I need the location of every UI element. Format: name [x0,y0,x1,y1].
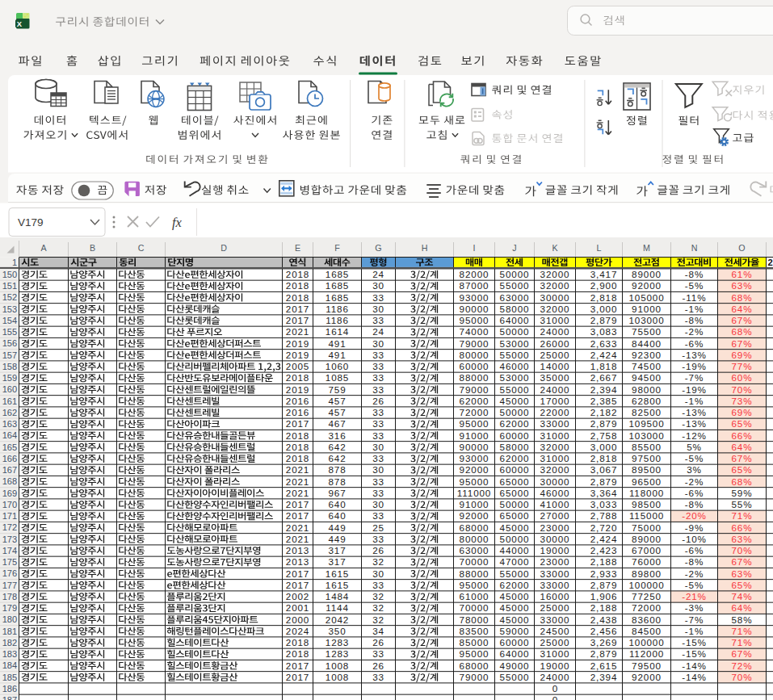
svg-text:53000: 53000 [500,338,530,349]
svg-text:60000: 60000 [500,464,530,475]
svg-text:-5%: -5% [685,453,704,463]
svg-text:M: M [643,243,650,253]
svg-text:2,879: 2,879 [590,476,618,487]
svg-text:100000: 100000 [628,637,664,648]
svg-text:177: 177 [2,581,18,590]
svg-text:50000: 50000 [500,407,530,417]
svg-text:30: 30 [372,499,384,509]
svg-text:45000: 45000 [500,396,530,406]
svg-text:G: G [375,243,381,253]
svg-text:49000: 49000 [500,660,530,671]
svg-text:2017: 2017 [286,672,309,682]
svg-text:1060: 1060 [326,361,349,371]
svg-text:70%: 70% [732,545,753,555]
svg-text:33: 33 [372,384,384,395]
svg-text:68%: 68% [732,476,753,487]
svg-text:63%: 63% [732,568,753,579]
svg-text:2016: 2016 [286,407,309,417]
svg-text:161: 161 [2,396,18,406]
svg-text:-14%: -14% [682,660,707,671]
svg-text:55%: 55% [732,499,753,509]
svg-text:89500: 89500 [632,464,662,475]
svg-text:2: 2 [768,258,773,267]
svg-text:967: 967 [328,488,346,498]
svg-text:63%: 63% [732,280,753,291]
svg-text:92000: 92000 [632,672,662,682]
svg-text:174: 174 [2,546,18,555]
svg-text:491: 491 [328,338,346,349]
svg-text:2,423: 2,423 [590,545,618,555]
svg-text:24: 24 [372,269,384,279]
svg-text:103000: 103000 [628,430,664,441]
svg-text:2021: 2021 [286,522,309,533]
svg-text:fx: fx [172,215,183,230]
svg-text:2,758: 2,758 [590,430,618,441]
svg-text:100000: 100000 [628,580,664,590]
svg-text:67%: 67% [732,338,753,349]
svg-text:77%: 77% [732,361,753,371]
svg-text:2,182: 2,182 [590,407,618,417]
svg-text:-9%: -9% [685,522,704,533]
svg-text:46000: 46000 [540,488,570,498]
svg-text:186: 186 [2,684,18,694]
svg-text:2018: 2018 [286,292,309,303]
svg-text:105000: 105000 [628,292,664,303]
svg-text:2000: 2000 [286,614,309,625]
svg-text:32000: 32000 [540,464,570,475]
svg-text:78000: 78000 [460,614,489,625]
svg-text:69%: 69% [732,407,753,417]
svg-text:68%: 68% [732,326,753,337]
svg-text:66%: 66% [732,522,753,533]
svg-text:60000: 60000 [500,637,530,648]
svg-text:178: 178 [2,592,18,601]
svg-text:2,900: 2,900 [590,280,618,291]
svg-text:2019: 2019 [286,384,309,395]
svg-text:181: 181 [2,627,18,636]
svg-text:2018: 2018 [286,442,309,452]
svg-text:30: 30 [372,442,384,452]
svg-text:-1%: -1% [685,626,704,636]
svg-text:67000: 67000 [632,545,662,555]
svg-text:180: 180 [2,614,18,624]
svg-text:74000: 74000 [460,326,489,337]
svg-text:1283: 1283 [326,637,349,648]
svg-text:2021: 2021 [286,476,309,487]
svg-text:K: K [552,243,558,253]
svg-text:33000: 33000 [540,418,570,429]
svg-text:162: 162 [2,408,18,417]
svg-text:92000: 92000 [632,280,662,291]
svg-text:62000: 62000 [500,453,530,463]
svg-text:1,906: 1,906 [590,591,618,601]
svg-text:187: 187 [2,695,18,700]
svg-text:95000: 95000 [460,315,489,325]
svg-text:67%: 67% [732,648,753,659]
svg-text:185: 185 [2,673,18,682]
svg-text:3,417: 3,417 [590,269,618,279]
svg-text:68000: 68000 [460,660,489,671]
svg-text:-20%: -20% [682,510,707,521]
svg-text:2,879: 2,879 [590,580,618,590]
svg-text:2,633: 2,633 [590,338,618,349]
svg-text:72000: 72000 [632,602,662,613]
svg-text:-13%: -13% [682,418,707,429]
svg-text:183: 183 [2,649,18,659]
svg-text:2017: 2017 [286,499,309,509]
svg-text:164: 164 [2,430,18,440]
svg-text:168: 168 [2,476,18,486]
svg-text:2018: 2018 [286,269,309,279]
svg-text:83500: 83500 [460,626,489,636]
svg-text:70%: 70% [732,672,753,682]
svg-text:112000: 112000 [629,648,664,659]
svg-text:32: 32 [372,614,384,625]
svg-text:2018: 2018 [286,453,309,463]
svg-text:2001: 2001 [286,602,309,613]
svg-text:45000: 45000 [500,602,530,613]
svg-text:-15%: -15% [682,637,707,648]
svg-text:2,438: 2,438 [590,614,618,625]
svg-text:2,788: 2,788 [590,510,618,521]
svg-text:176: 176 [2,568,18,578]
svg-text:32: 32 [372,591,384,601]
svg-text:63000: 63000 [500,292,530,303]
svg-text:55000: 55000 [500,280,530,291]
svg-text:55000: 55000 [500,384,530,395]
